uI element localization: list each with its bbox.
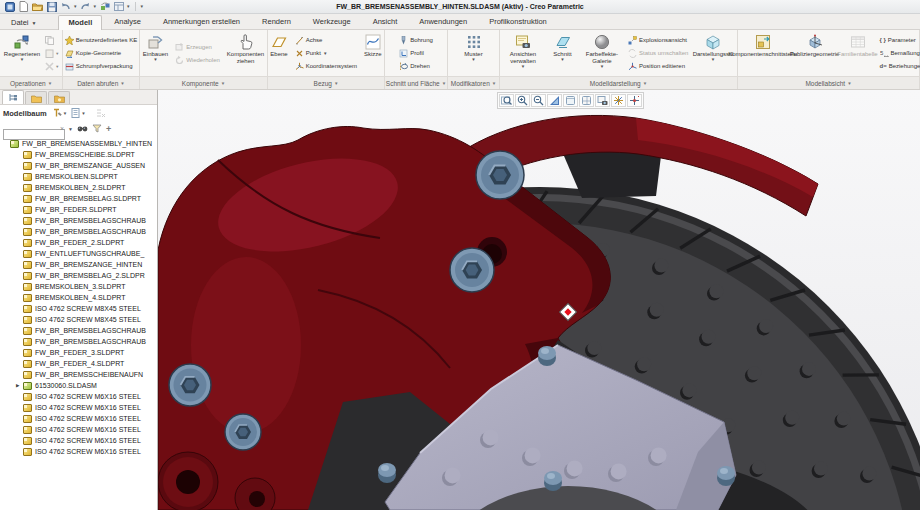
tree-item[interactable]: FW_BR_BREMSBELAGSCHRAUB [0, 325, 157, 336]
new-file-button[interactable] [18, 1, 29, 12]
tree-filters-button[interactable]: ▼ [51, 107, 68, 119]
qat-overflow[interactable]: ▾ [141, 4, 144, 9]
tree-item[interactable]: BREMSKOLBEN_4.SLDPRT [0, 292, 157, 303]
group-label-modellabsicht[interactable]: Modellabsicht▼ [738, 77, 920, 89]
group-label-komponente[interactable]: Komponente▼ [140, 77, 268, 89]
group-label-schnitt-und-flaeche[interactable]: Schnitt und Fläche▼ [385, 77, 448, 89]
group-label-bezug[interactable]: Bezug▼ [268, 77, 385, 89]
spin-center-button[interactable] [627, 94, 642, 107]
saved-orientations-button[interactable] [579, 94, 594, 107]
tree-item[interactable]: FW_BR_BREMSZANGE_HINTEN [0, 259, 157, 270]
group-label-modifikatoren[interactable]: Modifikatoren▼ [448, 77, 500, 89]
tree-item[interactable]: ISO 4762 SCREW M6X16 STEEL [0, 424, 157, 435]
drehen-button[interactable]: Drehen [396, 60, 436, 72]
socket-screw[interactable] [476, 151, 524, 199]
datum-display-filters-button[interactable] [611, 94, 626, 107]
achse-button[interactable]: Achse [292, 34, 360, 46]
tree-item[interactable]: FW_BR_BREMSZANGE_AUSSEN [0, 160, 157, 171]
tree-item[interactable]: FW_BR_FEDER_2.SLDPRT [0, 237, 157, 248]
familientabelle-button[interactable]: Familientabelle [841, 32, 875, 74]
tree-item[interactable]: FW_BR_FEDER.SLDPRT [0, 204, 157, 215]
tree-item[interactable]: BREMSKOLBEN_2.SLDPRT [0, 182, 157, 193]
annotation-display-button[interactable] [595, 94, 610, 107]
graphics-area[interactable] [158, 90, 920, 510]
group-label-modelldarstellung[interactable]: Modelldarstellung▼ [500, 77, 738, 89]
tree-item[interactable]: ISO 4762 SCREW M6X16 STEEL [0, 391, 157, 402]
tree-item[interactable]: 61530060.SLDASM [0, 380, 157, 391]
window-switch-dropdown[interactable]: ▾ [127, 4, 130, 9]
benutzerdefiniertes-ke-button[interactable]: Benutzerdefiniertes KE [62, 34, 140, 46]
farbeffekte-galerie-button[interactable]: Farbeffekte-Galerie▼ [581, 32, 623, 74]
filter-icon[interactable] [91, 124, 103, 133]
parameter-button[interactable]: { } Parameter [877, 34, 920, 46]
komponentenschnittstelle-button[interactable]: Komponentenschnittstelle [737, 32, 789, 74]
open-file-button[interactable] [32, 1, 43, 12]
tree-columns-button[interactable]: ▼ [70, 107, 86, 119]
tree-item[interactable]: BREMSKOLBEN_3.SLDPRT [0, 281, 157, 292]
socket-screw[interactable] [169, 364, 211, 406]
publiziergeometrie-button[interactable]: Publiziergeometrie [791, 32, 839, 74]
tree-item[interactable]: FW_BREMSSCHEIBE.SLDPRT [0, 149, 157, 160]
ribbon-tab[interactable]: Profilkonstruktion [479, 14, 557, 29]
zoom-fit-button[interactable] [499, 94, 514, 107]
explosionsansicht-button[interactable]: Explosionsansicht [625, 34, 689, 46]
paste-button[interactable]: ▼ [44, 47, 60, 59]
locate-in-tree-button[interactable] [95, 107, 107, 119]
profil-button[interactable]: Profil [396, 47, 436, 59]
regenerieren-button[interactable]: Regenerieren▼ [2, 32, 42, 74]
ribbon-tab[interactable]: Modell [58, 15, 102, 30]
search-options-dropdown[interactable]: ▼ [67, 126, 74, 132]
repaint-button[interactable] [547, 94, 562, 107]
tree-item[interactable]: BREMSKOLBEN.SLDPRT [0, 171, 157, 182]
ribbon-tab[interactable]: Analyse [104, 14, 151, 29]
wiederholen-button[interactable]: Wiederholen [172, 54, 223, 66]
ribbon-tab[interactable]: Rendern [252, 14, 301, 29]
beziehungen-button[interactable]: d= Beziehungen [877, 60, 920, 72]
ansichten-verwalten-button[interactable]: Ansichten verwalten▼ [502, 32, 544, 74]
undo-dropdown[interactable]: ▾ [74, 4, 77, 9]
group-label-daten-abrufen[interactable]: Daten abrufen▼ [63, 77, 140, 89]
favorites-tab[interactable] [48, 91, 70, 104]
tree-item[interactable]: FW_BR_BREMSBELAGSCHRAUB [0, 336, 157, 347]
search-clear-icon[interactable]: × [60, 123, 64, 134]
tree-item[interactable]: ISO 4762 SCREW M6X16 STEEL [0, 413, 157, 424]
app-icon[interactable] [4, 1, 15, 12]
tree-item[interactable]: ISO 4762 SCREW M6X16 STEEL [0, 446, 157, 457]
model-canvas[interactable] [158, 90, 920, 510]
tree-item[interactable]: FW_BR_BREMSBELAG_2.SLDPR [0, 270, 157, 281]
redo-dropdown[interactable]: ▾ [94, 4, 97, 9]
tree-item[interactable]: FW_ENTLUEFTUNGSCHRAUBE_ [0, 248, 157, 259]
tree-item[interactable]: ISO 4762 SCREW M8X45 STEEL [0, 314, 157, 325]
komponenten-ziehen-button[interactable]: Komponenten ziehen [225, 32, 266, 74]
window-switch-button[interactable] [113, 1, 124, 12]
kopie-geometrie-button[interactable]: Kopie-Geometrie [62, 47, 140, 59]
display-style-button[interactable] [563, 94, 578, 107]
tree-item[interactable]: FW_BR_BREMSBELAGSCHRAUB [0, 226, 157, 237]
group-label-operationen[interactable]: Operationen▼ [0, 77, 63, 89]
ribbon-tab[interactable]: Werkzeuge [303, 14, 361, 29]
tree-item[interactable]: FW_BR_BREMSBELAGSCHRAUB [0, 215, 157, 226]
model-tree-tab[interactable] [2, 90, 24, 104]
erzeugen-button[interactable]: Erzeugen [172, 41, 223, 53]
tree-item[interactable]: FW_BR_BREMSSCHEIBENAUFN [0, 369, 157, 380]
skizze-button[interactable]: Skizze [362, 32, 384, 74]
tree-item[interactable]: ISO 4762 SCREW M6X16 STEEL [0, 402, 157, 413]
search-input[interactable] [3, 129, 65, 140]
tree-item[interactable]: FW_BR_FEDER_4.SLDPRT [0, 358, 157, 369]
tree-item[interactable]: ISO 4762 SCREW M6X16 STEEL [0, 435, 157, 446]
save-button[interactable] [46, 1, 57, 12]
tree-item[interactable]: ISO 4762 SCREW M8X45 STEEL [0, 303, 157, 314]
redo-button[interactable] [80, 1, 91, 12]
socket-screw[interactable] [225, 414, 261, 450]
position-editieren-button[interactable]: Position editieren [625, 60, 689, 72]
ribbon-tab[interactable]: Anwendungen [409, 14, 477, 29]
wheel-stud[interactable] [378, 463, 396, 483]
tree-item[interactable]: FW_BR_BREMSBELAG.SLDPRT [0, 193, 157, 204]
wheel-stud[interactable] [544, 471, 562, 491]
bohrung-button[interactable]: Bohrung [396, 34, 436, 46]
muster-button[interactable]: Muster▼ [462, 32, 484, 74]
bemassung-button[interactable]: 5 Bemaßung [877, 47, 920, 59]
schnitt-button[interactable]: Schnitt▼ [546, 32, 579, 74]
expand-icon[interactable] [16, 383, 23, 389]
undo-button[interactable] [60, 1, 71, 12]
